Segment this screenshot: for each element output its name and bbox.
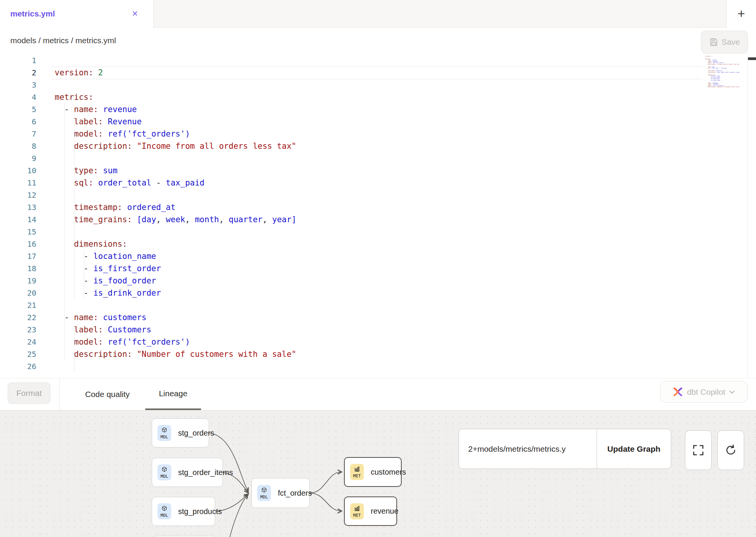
format-label: Format (16, 389, 42, 398)
dbt-copilot-label: dbt Copilot (687, 387, 725, 397)
code-line: 20 - is_drink_order (0, 287, 702, 299)
bar-chart-icon (354, 505, 360, 513)
tab-lineage-label: Lineage (159, 389, 188, 398)
save-icon (709, 37, 718, 47)
tab-bar: metrics.yml × + (0, 0, 756, 28)
plus-icon: + (738, 7, 745, 20)
model-badge: MDL (157, 464, 171, 480)
fullscreen-button[interactable] (685, 430, 712, 470)
code-line: 16 dimensions: (0, 238, 702, 250)
node-label: customers (371, 468, 406, 477)
code-line: 1 (0, 54, 702, 67)
code-line: 15 (0, 226, 702, 238)
code-line: 8 description: "Income from all orders l… (0, 140, 702, 152)
overview-ruler-cursor-mark (748, 57, 756, 60)
node-label: stg_orders (178, 429, 214, 438)
lineage-node-fct_orders[interactable]: MDLfct_orders (251, 478, 310, 508)
lineage-node-stg_products[interactable]: MDLstg_products (152, 497, 215, 526)
node-label: fct_orders (278, 489, 312, 498)
lineage-graph-canvas[interactable]: MDLstg_ordersMDLstg_order_itemsMDLstg_pr… (0, 410, 756, 537)
fullscreen-icon (692, 444, 704, 456)
code-line: 13 timestamp: ordered_at (0, 201, 702, 213)
minimap[interactable]: version: 2metrics: - name: revenue label… (705, 54, 746, 89)
cube-icon (161, 466, 167, 474)
model-badge: MDL (157, 425, 171, 441)
bar-chart-icon (354, 466, 360, 474)
code-line: 6 label: Revenue (0, 116, 702, 128)
cube-icon (161, 427, 167, 434)
lineage-node-revenue[interactable]: METrevenue (344, 496, 397, 526)
save-label: Save (722, 37, 740, 47)
node-label: stg_order_items (178, 468, 233, 477)
minimap-separator (747, 54, 748, 378)
indent-guide (74, 324, 75, 373)
code-line: 18 - is_first_order (0, 262, 702, 275)
code-line: 26 (0, 360, 702, 373)
tab-title: metrics.yml (10, 9, 55, 18)
lineage-node-stg_orders[interactable]: MDLstg_orders (152, 418, 209, 447)
tab-code-quality[interactable]: Code quality (69, 378, 146, 410)
tab-strip-background (154, 0, 726, 28)
dbt-copilot-icon (673, 387, 683, 397)
code-line: 24 model: ref('fct_orders') (0, 336, 702, 348)
indent-guide (64, 103, 65, 360)
code-line: 9 (0, 152, 702, 164)
update-graph-button[interactable]: Update Graph (597, 429, 671, 469)
chevron-down-icon (729, 390, 735, 394)
tab-metrics-yml[interactable]: metrics.yml × (0, 0, 154, 28)
code-line: 14 time_grains: [day, week, month, quart… (0, 213, 702, 226)
metric-badge: MET (350, 464, 364, 480)
cube-icon (161, 505, 167, 513)
code-line: 5 - name: revenue (0, 103, 702, 116)
code-line: 21 (0, 299, 702, 311)
new-tab-button[interactable]: + (726, 0, 756, 28)
code-line: 22 - name: customers (0, 311, 702, 324)
code-line: 23 label: Customers (0, 324, 702, 336)
lineage-selector-bar: 2+models/metrics/metrics.y Update Graph (459, 429, 671, 469)
breadcrumb: models / metrics / metrics.yml (10, 36, 116, 45)
toolbar-divider (59, 378, 60, 410)
dbt-ide-window: metrics.yml × + models / metrics / metri… (0, 0, 756, 537)
save-button[interactable]: Save (701, 31, 748, 54)
tab-code-quality-label: Code quality (85, 390, 130, 399)
close-icon[interactable]: × (129, 8, 141, 20)
code-line: 25 description: "Number of customers wit… (0, 348, 702, 360)
bottom-toolbar: Format Code quality Lineage dbt Copilot (0, 378, 756, 410)
code-editor[interactable]: 12version: 234metrics:5 - name: revenue6… (0, 54, 756, 378)
update-graph-label: Update Graph (607, 444, 660, 454)
code-line: 19 - is_food_order (0, 275, 702, 287)
edge-fct_orders-to-customers (310, 472, 341, 493)
format-button[interactable]: Format (8, 382, 50, 404)
indent-guide (84, 250, 84, 299)
edge-partial_node-to-fct_orders (230, 495, 248, 537)
lineage-selector-value: 2+models/metrics/metrics.y (468, 444, 566, 454)
code-line: 17 - location_name (0, 250, 702, 262)
node-label: revenue (371, 507, 398, 516)
tab-lineage[interactable]: Lineage (145, 378, 201, 410)
code-line: 12 (0, 189, 702, 201)
metric-badge: MET (350, 503, 364, 519)
node-label: stg_products (178, 507, 222, 516)
edge-fct_orders-to-revenue (310, 493, 341, 511)
dbt-copilot-button[interactable]: dbt Copilot (660, 381, 748, 403)
cube-icon (261, 487, 267, 495)
lineage-node-customers[interactable]: METcustomers (344, 457, 402, 487)
model-badge: MDL (157, 503, 171, 519)
code-line: 2version: 2 (0, 67, 702, 79)
code-line: 7 model: ref('fct_orders') (0, 128, 702, 140)
lineage-node-stg_order_items[interactable]: MDLstg_order_items (152, 458, 223, 487)
code-line: 4metrics: (0, 91, 702, 103)
file-header-row: models / metrics / metrics.yml Save (0, 28, 756, 54)
code-line: 10 type: sum (0, 164, 702, 177)
refresh-icon (725, 444, 737, 456)
model-badge: MDL (257, 485, 271, 501)
code-line: 3 (0, 79, 702, 91)
refresh-button[interactable] (717, 430, 744, 470)
indent-guide (74, 116, 75, 299)
lineage-selector-input[interactable]: 2+models/metrics/metrics.y (459, 429, 597, 469)
code-line: 11 sql: order_total - tax_paid (0, 177, 702, 189)
